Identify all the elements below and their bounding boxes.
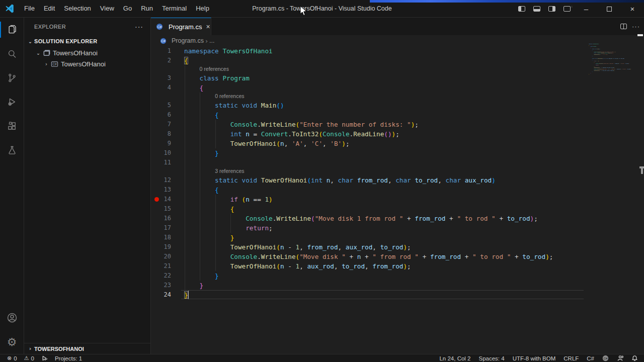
codelens-references[interactable]: 3 references: [215, 168, 244, 174]
code-line-14[interactable]: 14 if (n == 1): [151, 195, 644, 204]
code-line-11[interactable]: 11: [151, 158, 644, 167]
line-number[interactable]: 21: [151, 261, 171, 271]
tree-item-towersofhanoi[interactable]: ⌄TowersOfHanoi: [24, 47, 150, 58]
code-line-18[interactable]: 18 }: [151, 233, 644, 242]
line-number[interactable]: 15: [151, 204, 171, 214]
menu-file[interactable]: File: [20, 3, 39, 15]
code-line-16[interactable]: 16 Console.WriteLine("Move disk 1 from r…: [151, 214, 644, 223]
chevron-down-icon[interactable]: ⌄: [34, 50, 42, 56]
toggle-primary-sidebar-icon[interactable]: [514, 0, 529, 18]
line-number[interactable]: 5: [151, 101, 171, 110]
status-ln-24-col-2[interactable]: Ln 24, Col 2: [439, 355, 470, 361]
code-line-2[interactable]: 2{: [151, 56, 644, 65]
line-number[interactable]: 24: [151, 290, 171, 300]
line-number[interactable]: 13: [151, 185, 171, 195]
line-number[interactable]: 3: [151, 73, 171, 83]
status-feedback-icon[interactable]: [617, 355, 623, 361]
breadcrumb-file[interactable]: Program.cs: [172, 37, 204, 44]
code-line-21[interactable]: 21 TowerOfHanoi(n - 1, aux_rod, to_rod, …: [151, 261, 644, 271]
line-number[interactable]: 12: [151, 175, 171, 185]
settings-gear-icon[interactable]: ⚙: [0, 330, 24, 354]
code-line-12[interactable]: 12 static void TowerOfHanoi(int n, char …: [151, 175, 644, 185]
code-line-24[interactable]: 24}: [151, 290, 644, 300]
menu-edit[interactable]: Edit: [39, 3, 59, 15]
line-number[interactable]: 16: [151, 214, 171, 223]
code-editor[interactable]: 1namespace TowersOfHanoi2{0 references3 …: [151, 46, 644, 354]
line-number[interactable]: 10: [151, 148, 171, 158]
line-number[interactable]: 1: [151, 46, 171, 56]
tab-program-cs[interactable]: C# Program.cs ×: [151, 18, 211, 35]
line-number[interactable]: 9: [151, 139, 171, 148]
status-crlf[interactable]: CRLF: [564, 355, 579, 361]
maximize-button[interactable]: [598, 0, 621, 18]
account-icon[interactable]: [0, 306, 24, 330]
code-line-3[interactable]: 3 class Program: [151, 73, 644, 83]
codelens-references[interactable]: 0 references: [215, 93, 244, 99]
close-button[interactable]: ×: [621, 0, 644, 18]
customize-layout-icon[interactable]: ::: [559, 0, 575, 18]
status-utf-8-with-bom[interactable]: UTF-8 with BOM: [513, 355, 556, 361]
testing-icon[interactable]: [0, 138, 24, 162]
minimize-button[interactable]: –: [575, 0, 598, 18]
status-warning-icon[interactable]: ⚠0: [24, 355, 34, 361]
code-line-1[interactable]: 1namespace TowersOfHanoi: [151, 46, 644, 56]
code-line-8[interactable]: 8 int n = Convert.ToInt32(Console.ReadLi…: [151, 129, 644, 139]
line-number[interactable]: 2: [151, 56, 171, 65]
tree-item-towersofhanoi[interactable]: ›C#TowersOfHanoi: [24, 58, 150, 69]
code-line-4[interactable]: 4 {: [151, 83, 644, 93]
status-bell-icon[interactable]: [631, 355, 638, 361]
line-number[interactable]: 6: [151, 110, 171, 120]
menu-run[interactable]: Run: [136, 3, 157, 15]
line-number[interactable]: 23: [151, 281, 171, 290]
towersofhanoi-section[interactable]: › TOWERSOFHANOI: [24, 343, 150, 354]
menu-selection[interactable]: Selection: [59, 3, 95, 15]
line-number[interactable]: 4: [151, 83, 171, 93]
code-line-13[interactable]: 13 {: [151, 185, 644, 195]
source-control-icon[interactable]: [0, 66, 24, 90]
run-debug-icon[interactable]: [0, 90, 24, 114]
code-line-9[interactable]: 9 TowerOfHanoi(n, 'A', 'C', 'B');: [151, 139, 644, 148]
code-line-19[interactable]: 19 TowerOfHanoi(n - 1, from_rod, aux_rod…: [151, 242, 644, 252]
status-spaces-4[interactable]: Spaces: 4: [478, 355, 504, 361]
menu-view[interactable]: View: [96, 3, 119, 15]
code-line-23[interactable]: 23 }: [151, 281, 644, 290]
toggle-secondary-sidebar-icon[interactable]: [544, 0, 559, 18]
code-line-6[interactable]: 6 {: [151, 110, 644, 120]
codelens-references[interactable]: 0 references: [200, 66, 229, 72]
line-number[interactable]: 18: [151, 233, 171, 242]
minimap[interactable]: namespace TowersOfHanoi{ class Program {…: [589, 43, 639, 78]
code-line-15[interactable]: 15 {: [151, 204, 644, 214]
tab-close-icon[interactable]: ×: [206, 23, 210, 30]
editor-more-actions-icon[interactable]: ···: [632, 23, 640, 30]
line-number[interactable]: 8: [151, 129, 171, 139]
breadcrumb-symbol[interactable]: ...: [209, 37, 214, 44]
line-number[interactable]: 7: [151, 120, 171, 129]
code-line-17[interactable]: 17 return;: [151, 223, 644, 233]
code-line-20[interactable]: 20 Console.WriteLine("Move disk " + n + …: [151, 252, 644, 261]
line-number[interactable]: 22: [151, 271, 171, 281]
code-line-5[interactable]: 5 static void Main(): [151, 101, 644, 110]
line-number[interactable]: 20: [151, 252, 171, 261]
menu-go[interactable]: Go: [119, 3, 136, 15]
line-number[interactable]: 19: [151, 242, 171, 252]
code-line-22[interactable]: 22 }: [151, 271, 644, 281]
extensions-icon[interactable]: [0, 114, 24, 138]
split-editor-icon[interactable]: [620, 24, 627, 29]
toggle-panel-icon[interactable]: [529, 0, 544, 18]
status-error-icon[interactable]: ⊗0: [7, 355, 17, 361]
line-number[interactable]: 17: [151, 223, 171, 233]
status-projects-1[interactable]: Projects: 1: [55, 355, 82, 361]
chevron-right-icon[interactable]: ›: [42, 61, 50, 67]
status-c-[interactable]: C#: [587, 355, 594, 361]
status-csharp-status-icon[interactable]: C#: [602, 355, 609, 361]
more-actions-icon[interactable]: ···: [132, 23, 146, 31]
explorer-icon[interactable]: [0, 18, 24, 42]
menu-terminal[interactable]: Terminal: [157, 3, 191, 15]
line-number[interactable]: 11: [151, 158, 171, 167]
code-line-7[interactable]: 7 Console.WriteLine("Enter the number of…: [151, 120, 644, 129]
search-icon[interactable]: [0, 42, 24, 66]
menu-help[interactable]: Help: [191, 3, 214, 15]
line-number[interactable]: 14: [151, 195, 171, 204]
solution-explorer-section[interactable]: ⌄ SOLUTION EXPLORER: [24, 35, 150, 47]
code-line-10[interactable]: 10 }: [151, 148, 644, 158]
